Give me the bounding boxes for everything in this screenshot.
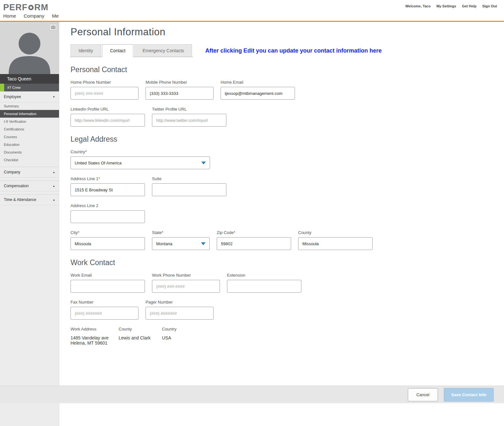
sidebar-section-company[interactable]: Company ▲ bbox=[0, 167, 59, 178]
sidebar-item-summary[interactable]: Summary bbox=[0, 102, 59, 110]
zip-code-input[interactable] bbox=[217, 237, 291, 250]
nav-company[interactable]: Company bbox=[24, 13, 44, 19]
address-line-1-input[interactable] bbox=[71, 183, 145, 196]
twitter-input[interactable] bbox=[152, 114, 226, 127]
zip-label: Zip Code* bbox=[217, 230, 291, 235]
field-country: Country* United States Of America bbox=[71, 149, 210, 169]
address-line-2-input[interactable] bbox=[71, 210, 145, 223]
action-bar: Cancel Save Contact Info bbox=[0, 386, 504, 403]
field-mobile-phone: Mobile Phone Number bbox=[146, 80, 214, 100]
save-contact-info-button[interactable]: Save Contact Info bbox=[444, 388, 494, 402]
chevron-down-icon bbox=[201, 242, 206, 245]
work-country-label: Country bbox=[162, 327, 177, 331]
employee-role-label: #7 Crew bbox=[7, 86, 21, 89]
work-county-value: Lewis and Clark bbox=[119, 335, 162, 346]
fax-label: Fax Number bbox=[71, 300, 139, 305]
cancel-button[interactable]: Cancel bbox=[408, 388, 438, 401]
camera-icon[interactable] bbox=[49, 24, 57, 30]
sign-out-link[interactable]: Sign Out bbox=[482, 4, 497, 8]
county-input[interactable] bbox=[298, 237, 373, 250]
sidebar-section-label: Company bbox=[4, 170, 20, 174]
work-county-label: County bbox=[119, 327, 162, 331]
section-heading-work-contact: Work Contact bbox=[71, 258, 504, 267]
sidebar-section-compensation[interactable]: Compensation ▲ bbox=[0, 180, 59, 191]
home-email-input[interactable] bbox=[221, 87, 295, 100]
pager-number-input[interactable] bbox=[146, 307, 214, 320]
sidebar-section-label: Employee bbox=[4, 95, 21, 99]
sidebar-item-personal-information[interactable]: Personal Information bbox=[0, 110, 59, 118]
tab-strip: Identity Contact Emergency Contacts bbox=[71, 44, 193, 57]
field-extension: Extension bbox=[227, 273, 301, 293]
field-home-phone: Home Phone Number bbox=[71, 80, 139, 100]
mobile-phone-input[interactable] bbox=[146, 87, 214, 100]
sidebar-section-label: Time & Attendance bbox=[4, 197, 36, 202]
tab-contact[interactable]: Contact bbox=[102, 44, 133, 57]
work-address-labels: Work Address County Country bbox=[71, 327, 504, 331]
logo-text-suffix: RM bbox=[34, 3, 48, 13]
get-help-link[interactable]: Get Help bbox=[462, 4, 476, 8]
country-selected-value: United States Of America bbox=[75, 161, 122, 165]
work-email-label: Work Email bbox=[71, 273, 145, 278]
employee-role-badge: #7 Crew bbox=[0, 84, 59, 91]
app-logo: PERF RM bbox=[3, 3, 48, 13]
state-select[interactable]: Montana bbox=[152, 237, 210, 250]
field-pager-number: Pager Number bbox=[146, 300, 214, 320]
logo-text-prefix: PERF bbox=[3, 3, 28, 13]
twitter-label: Twitter Profile URL bbox=[152, 107, 226, 112]
tab-identity[interactable]: Identity bbox=[71, 44, 101, 57]
sidebar-item-i9-verification[interactable]: I-9 Verification bbox=[0, 118, 59, 125]
section-heading-legal-address: Legal Address bbox=[71, 135, 504, 144]
section-heading-personal-contact: Personal Contact bbox=[71, 65, 504, 74]
avatar bbox=[0, 22, 59, 74]
work-phone-input[interactable] bbox=[152, 280, 220, 293]
linkedin-label: LinkedIn Profile URL bbox=[71, 107, 145, 112]
main-content: Personal Information Identity Contact Em… bbox=[59, 22, 504, 386]
field-linkedin-url: LinkedIn Profile URL bbox=[71, 107, 145, 127]
work-address-value: 1485 Vandelay ave Helena, MT 59601 bbox=[71, 335, 119, 346]
bottom-strip bbox=[0, 403, 504, 426]
home-phone-input[interactable] bbox=[71, 87, 139, 100]
field-county: County bbox=[298, 230, 373, 250]
page-title: Personal Information bbox=[71, 26, 504, 38]
country-select[interactable]: United States Of America bbox=[71, 156, 210, 169]
work-address-values: 1485 Vandelay ave Helena, MT 59601 Lewis… bbox=[71, 335, 504, 346]
state-label: State* bbox=[152, 230, 210, 235]
sidebar-employee-items: Summary Personal Information I-9 Verific… bbox=[0, 102, 59, 164]
home-phone-label: Home Phone Number bbox=[71, 80, 139, 85]
field-state: State* Montana bbox=[152, 230, 210, 250]
my-settings-link[interactable]: My Settings bbox=[436, 4, 456, 8]
sidebar-section-label: Compensation bbox=[4, 184, 29, 188]
state-selected-value: Montana bbox=[156, 241, 172, 246]
country-label: Country* bbox=[71, 149, 210, 154]
person-silhouette-icon bbox=[5, 29, 54, 74]
sidebar-item-checklist[interactable]: Checklist bbox=[0, 156, 59, 164]
work-email-input[interactable] bbox=[71, 280, 145, 293]
extension-input[interactable] bbox=[227, 280, 301, 293]
linkedin-input[interactable] bbox=[71, 114, 145, 127]
sidebar-item-courses[interactable]: Courses bbox=[0, 133, 59, 141]
sidebar-section-time-attendance[interactable]: Time & Attendance ▲ bbox=[0, 194, 59, 205]
city-label: City* bbox=[71, 230, 145, 235]
field-suite: Suite bbox=[152, 176, 226, 196]
nav-me[interactable]: Me bbox=[52, 13, 59, 19]
city-input[interactable] bbox=[71, 237, 145, 250]
field-fax-number: Fax Number bbox=[71, 300, 139, 320]
suite-label: Suite bbox=[152, 176, 226, 181]
tab-emergency-contacts[interactable]: Emergency Contacts bbox=[134, 44, 192, 57]
chevron-up-icon: ▲ bbox=[53, 171, 55, 174]
sidebar-item-certifications[interactable]: Certifications bbox=[0, 125, 59, 133]
fax-number-input[interactable] bbox=[71, 307, 139, 320]
chevron-down-icon: ▼ bbox=[53, 96, 55, 98]
address1-label: Address Line 1* bbox=[71, 176, 145, 181]
chevron-up-icon: ▲ bbox=[53, 198, 55, 201]
field-work-email: Work Email bbox=[71, 273, 145, 293]
chevron-down-icon bbox=[201, 162, 206, 164]
address2-label: Address Line 2 bbox=[71, 203, 145, 208]
field-zip-code: Zip Code* bbox=[217, 230, 291, 250]
suite-input[interactable] bbox=[152, 183, 226, 196]
sidebar-section-employee[interactable]: Employee ▼ bbox=[0, 91, 59, 102]
sidebar: Taco Queen #7 Crew Employee ▼ Summary Pe… bbox=[0, 22, 59, 386]
sidebar-item-education[interactable]: Education bbox=[0, 141, 59, 148]
sidebar-item-documents[interactable]: Documents bbox=[0, 148, 59, 156]
nav-home[interactable]: Home bbox=[3, 13, 16, 19]
